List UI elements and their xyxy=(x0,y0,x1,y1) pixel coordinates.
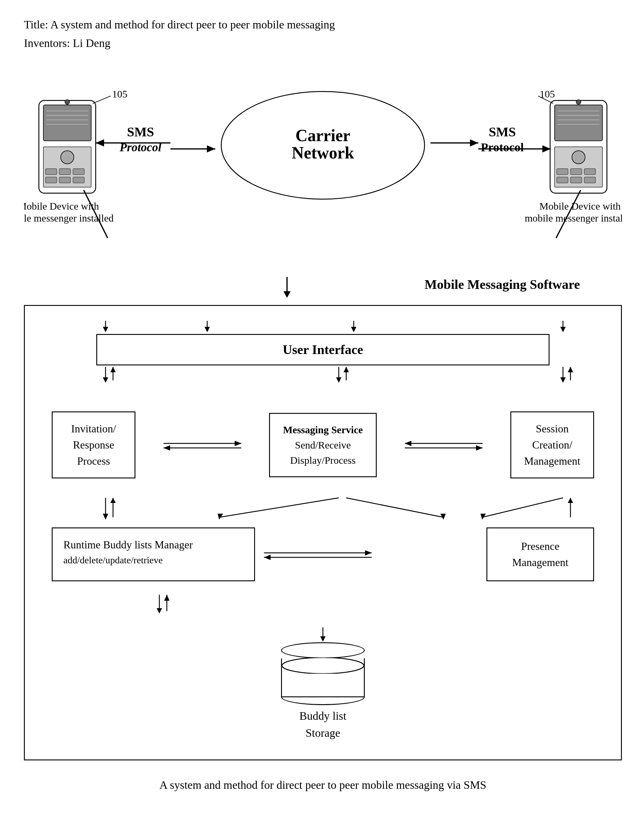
svg-rect-7 xyxy=(43,105,91,141)
svg-rect-30 xyxy=(557,169,568,175)
svg-rect-32 xyxy=(584,169,596,175)
svg-rect-31 xyxy=(570,169,582,175)
svg-rect-34 xyxy=(570,177,582,183)
svg-text:105: 105 xyxy=(540,89,555,100)
svg-text:Mobile Device with: Mobile Device with xyxy=(24,201,99,212)
svg-text:110: 110 xyxy=(342,92,357,103)
svg-marker-67 xyxy=(204,327,210,332)
svg-marker-44 xyxy=(207,145,215,152)
svg-line-100 xyxy=(482,498,563,517)
software-label-area: Mobile Messaging Software 115 xyxy=(24,277,622,302)
svg-marker-105 xyxy=(365,550,372,555)
storage-label: Buddy list Storage xyxy=(299,707,346,741)
svg-marker-65 xyxy=(103,327,108,332)
svg-rect-16 xyxy=(59,169,71,175)
svg-text:Carrier: Carrier xyxy=(295,126,350,145)
svg-marker-93 xyxy=(103,514,108,520)
svg-text:Mobile Device with: Mobile Device with xyxy=(539,201,621,212)
svg-text:Protocol: Protocol xyxy=(481,141,524,154)
runtime-box: Runtime Buddy lists Manager add/delete/u… xyxy=(52,528,255,581)
cylinder-body xyxy=(281,658,365,697)
svg-marker-81 xyxy=(560,377,566,383)
svg-marker-42 xyxy=(96,140,104,147)
middle-row: Invitation/ Response Process Messaging S… xyxy=(40,411,606,479)
invitation-box: Invitation/ Response Process xyxy=(52,411,135,479)
svg-text:Mobile Messaging Software: Mobile Messaging Software xyxy=(425,277,580,292)
svg-text:SMS: SMS xyxy=(127,125,154,140)
svg-point-27 xyxy=(576,100,581,104)
session-box: Session Creation/ Management xyxy=(511,411,594,479)
svg-marker-50 xyxy=(542,145,551,152)
svg-marker-89 xyxy=(405,441,411,446)
svg-marker-58 xyxy=(284,291,291,298)
svg-rect-17 xyxy=(73,169,84,175)
svg-line-96 xyxy=(219,498,339,517)
svg-marker-111 xyxy=(157,608,162,614)
svg-rect-6 xyxy=(39,100,96,193)
svg-line-4 xyxy=(538,96,553,103)
svg-rect-13 xyxy=(43,147,91,187)
svg-text:mobile messenger installed: mobile messenger installed xyxy=(525,213,622,224)
svg-rect-22 xyxy=(555,105,603,141)
svg-marker-69 xyxy=(351,327,356,332)
title-line: Title: A system and method for direct pe… xyxy=(24,18,620,31)
cylinder xyxy=(281,642,365,705)
svg-point-29 xyxy=(572,151,585,164)
svg-text:Network: Network xyxy=(292,144,354,162)
svg-rect-28 xyxy=(555,147,603,187)
diagram-container: 105 110 105 xyxy=(24,64,622,792)
svg-marker-48 xyxy=(470,140,478,147)
svg-marker-107 xyxy=(264,555,271,560)
svg-marker-77 xyxy=(336,377,342,383)
inventor-line: Inventors: Li Deng xyxy=(24,37,620,50)
bottom-caption: A system and method for direct peer to p… xyxy=(24,778,622,792)
top-section: 105 110 105 xyxy=(24,64,622,268)
svg-point-14 xyxy=(61,151,74,164)
svg-marker-79 xyxy=(343,367,349,372)
svg-marker-85 xyxy=(235,441,241,446)
svg-marker-113 xyxy=(320,636,326,642)
messaging-box: Messaging Service Send/Receive Display/P… xyxy=(269,413,377,477)
svg-marker-91 xyxy=(476,445,483,451)
svg-marker-75 xyxy=(110,367,116,372)
svg-marker-71 xyxy=(560,327,566,332)
bottom-row: Runtime Buddy lists Manager add/delete/u… xyxy=(40,528,606,581)
svg-point-114 xyxy=(282,658,364,673)
svg-marker-87 xyxy=(164,445,170,451)
svg-marker-73 xyxy=(103,377,108,383)
svg-text:SMS: SMS xyxy=(489,125,516,140)
svg-line-0 xyxy=(93,96,110,103)
svg-marker-110 xyxy=(164,595,170,601)
svg-marker-103 xyxy=(568,498,573,503)
ui-box: User Interface xyxy=(96,334,549,365)
svg-rect-21 xyxy=(550,100,607,193)
page-content: Title: A system and method for direct pe… xyxy=(24,18,620,792)
svg-rect-35 xyxy=(584,177,596,183)
svg-rect-15 xyxy=(46,169,57,175)
svg-line-56 xyxy=(556,190,581,238)
svg-marker-83 xyxy=(568,367,573,372)
svg-rect-20 xyxy=(73,177,84,183)
svg-line-98 xyxy=(346,498,443,517)
storage-section: Buddy list Storage xyxy=(40,627,606,741)
cylinder-top xyxy=(281,642,365,658)
svg-rect-18 xyxy=(46,177,57,183)
svg-rect-33 xyxy=(557,177,568,183)
svg-point-12 xyxy=(65,100,70,104)
svg-text:mobile messenger installed: mobile messenger installed xyxy=(24,213,113,224)
svg-line-2 xyxy=(323,99,341,109)
presence-box: Presence Management xyxy=(486,528,594,581)
svg-marker-95 xyxy=(110,498,116,503)
svg-line-55 xyxy=(84,190,107,238)
svg-text:105: 105 xyxy=(112,89,127,100)
software-box: User Interface xyxy=(24,305,622,760)
svg-text:Protocol: Protocol xyxy=(119,141,162,154)
svg-point-36 xyxy=(221,92,425,199)
svg-rect-19 xyxy=(59,177,71,183)
